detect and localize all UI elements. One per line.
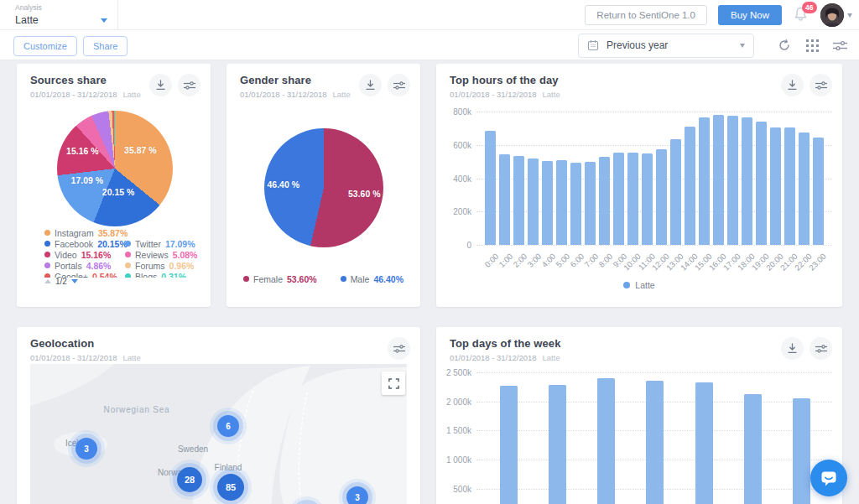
legend-source-name: Blogs xyxy=(135,272,157,278)
sources-pie-chart[interactable]: 35.87 %20.15 %17.09 %15.16 % xyxy=(57,111,173,226)
map-cluster-marker[interactable]: 6 xyxy=(217,415,239,437)
bar[interactable] xyxy=(784,127,795,245)
bar[interactable] xyxy=(485,131,496,245)
card-settings-button[interactable] xyxy=(178,74,200,96)
legend-item-female[interactable]: Female53.60% xyxy=(243,273,317,284)
buy-now-button[interactable]: Buy Now xyxy=(718,5,782,25)
y-axis-tick-label: 400k xyxy=(436,174,471,183)
map-fullscreen-button[interactable] xyxy=(382,372,405,395)
map-cluster-marker[interactable]: 3 xyxy=(75,438,97,460)
legend-item-reviews[interactable]: Reviews5.08% xyxy=(125,249,197,260)
card-settings-button[interactable] xyxy=(388,74,410,96)
page-up-icon[interactable] xyxy=(44,279,51,283)
bar[interactable] xyxy=(642,153,653,245)
share-button[interactable]: Share xyxy=(83,36,128,56)
legend-item-instagram[interactable]: Instagram35.87% xyxy=(44,227,128,238)
bar[interactable] xyxy=(549,385,566,504)
bar[interactable] xyxy=(670,139,681,245)
map-sea-label: Norwegian Sea xyxy=(104,405,170,414)
legend-dot xyxy=(44,252,50,257)
bar[interactable] xyxy=(570,163,581,245)
gender-pie-chart[interactable]: 53.60 %46.40 % xyxy=(264,128,383,247)
legend-source-value: 0.54% xyxy=(92,272,117,278)
bar[interactable] xyxy=(699,117,710,245)
geolocation-map[interactable]: Norwegian SeaIcelandSwedenNorwayFinland3… xyxy=(30,364,407,504)
legend-source-name: Facebook xyxy=(55,239,93,249)
card-analysis-tag: Latte xyxy=(123,353,141,362)
page-down-icon[interactable] xyxy=(71,279,78,283)
legend-source-name: Twitter xyxy=(135,239,161,249)
card-settings-button[interactable] xyxy=(388,337,410,360)
bar[interactable] xyxy=(542,161,553,245)
bar[interactable] xyxy=(528,158,539,245)
map-cluster-marker[interactable]: 85 xyxy=(217,474,244,501)
y-axis-tick-label: 200k xyxy=(436,207,471,216)
legend-source-value: 15.16% xyxy=(81,250,112,260)
user-menu[interactable] xyxy=(820,3,852,27)
legend-item-video[interactable]: Video15.16% xyxy=(44,249,111,260)
legend-item-facebook[interactable]: Facebook20.15% xyxy=(44,238,128,249)
refresh-button[interactable] xyxy=(777,38,792,53)
legend-item-male[interactable]: Male46.40% xyxy=(341,273,403,284)
period-selector[interactable]: Previous year xyxy=(578,34,754,58)
bar[interactable] xyxy=(813,138,824,245)
bar[interactable] xyxy=(656,149,667,245)
bar[interactable] xyxy=(585,162,596,245)
notifications-button[interactable]: 46 xyxy=(793,6,810,24)
x-axis-tick-label: 7:00 xyxy=(582,252,600,269)
days-bar-chart: 2 500k2 000k1 500k1 000k500k xyxy=(436,327,842,504)
map-country-label: Finland xyxy=(215,463,242,472)
bar[interactable] xyxy=(627,153,638,245)
bar[interactable] xyxy=(742,117,752,245)
bar[interactable] xyxy=(793,398,810,504)
map-cluster-marker[interactable]: 28 xyxy=(177,467,202,492)
legend-item-blogs[interactable]: Blogs0.31% xyxy=(125,271,186,278)
pie-value-label: 17.09 % xyxy=(71,175,104,185)
caret-down-icon xyxy=(847,13,852,18)
map-cluster-marker[interactable]: 3 xyxy=(346,486,368,504)
bar[interactable] xyxy=(646,381,664,504)
sources-share-card: Sources share 01/01/2018 - 31/12/2018Lat… xyxy=(17,64,211,307)
bar[interactable] xyxy=(713,115,724,245)
grid-view-button[interactable] xyxy=(804,38,820,53)
legend-item-portals[interactable]: Portals4.86% xyxy=(44,260,111,271)
bar[interactable] xyxy=(556,160,567,245)
bar[interactable] xyxy=(685,127,695,245)
bar[interactable] xyxy=(613,153,624,245)
x-axis-tick-label: 2:00 xyxy=(511,252,528,269)
chart-legend[interactable]: Latte xyxy=(436,280,842,290)
bar[interactable] xyxy=(695,382,713,504)
geolocation-card: Geolocation 01/01/2018 - 31/12/2018Latte xyxy=(17,327,420,504)
period-selector-value: Previous year xyxy=(607,39,668,51)
bar[interactable] xyxy=(770,127,781,245)
customize-button[interactable]: Customize xyxy=(13,36,77,56)
bar[interactable] xyxy=(500,386,518,504)
bar[interactable] xyxy=(727,116,738,245)
map-country-label: Sweden xyxy=(178,444,208,454)
chat-launcher-button[interactable] xyxy=(810,460,847,496)
analysis-selector[interactable]: Analysis Latte xyxy=(15,3,107,26)
bar[interactable] xyxy=(756,122,767,245)
bar[interactable] xyxy=(599,157,610,245)
top-days-card: Top days of the week 01/01/2018 - 31/12/… xyxy=(436,327,842,504)
legend-item-forums[interactable]: Forums0.96% xyxy=(125,260,194,271)
sliders-icon xyxy=(393,344,405,354)
legend-dot xyxy=(623,282,630,288)
sliders-icon xyxy=(833,39,847,52)
legend-dot xyxy=(125,252,131,257)
bar[interactable] xyxy=(513,156,524,245)
hours-bar-chart: 800k600k400k200k00:001:002:003:004:005:0… xyxy=(436,64,842,307)
legend-source-value: 5.08% xyxy=(173,250,198,260)
bar[interactable] xyxy=(499,154,510,245)
bar[interactable] xyxy=(799,132,810,245)
bar[interactable] xyxy=(744,394,762,504)
y-axis-tick-label: 2 500k xyxy=(436,368,471,377)
chat-bubble-icon xyxy=(819,468,839,488)
legend-item-twitter[interactable]: Twitter17.09% xyxy=(125,238,195,249)
download-button[interactable] xyxy=(359,74,382,96)
bar[interactable] xyxy=(597,378,615,504)
avatar xyxy=(820,3,844,27)
download-button[interactable] xyxy=(149,74,172,96)
dashboard-settings-button[interactable] xyxy=(832,38,847,53)
return-to-sentione-button[interactable]: Return to SentiOne 1.0 xyxy=(585,5,707,25)
